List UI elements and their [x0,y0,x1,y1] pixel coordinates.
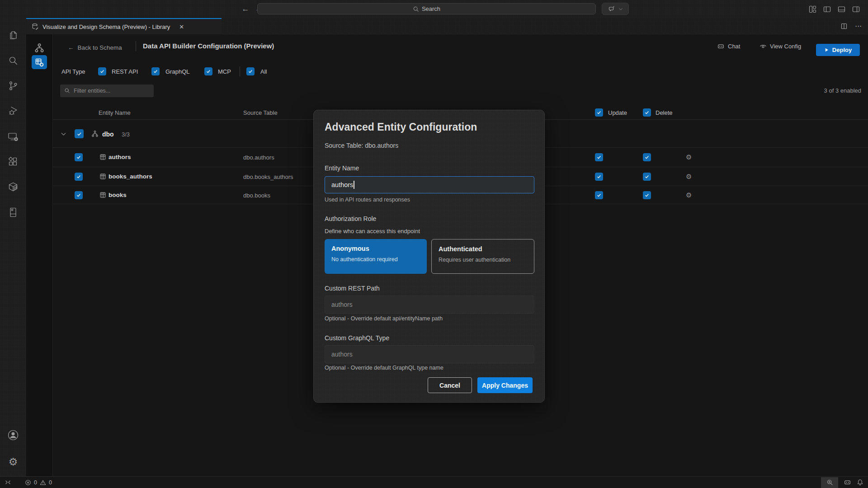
zoom-in-icon [826,479,833,486]
row-settings-gear-icon[interactable]: ⚙ [686,192,692,199]
container-cube-icon[interactable] [7,181,19,193]
role-option-authenticated[interactable]: Authenticated Requires user authenticati… [431,239,534,274]
checkbox-books[interactable] [75,191,83,199]
checkbox-graphql[interactable] [151,67,160,75]
custom-graphql-type-hint: Optional - Override default GraphQL type… [325,365,443,371]
deploy-label: Deploy [832,47,852,53]
tab-visualize-schema[interactable]: Visualize and Design Schema (Preview) - … [26,18,222,34]
search-sidebar-icon[interactable] [7,54,19,67]
table-icon [99,173,106,180]
checkbox-books-authors[interactable] [75,173,83,181]
role-option-anonymous[interactable]: Anonymous No authentication required [325,239,427,274]
rest-api-label: REST API [112,68,138,75]
view-config-label: View Config [770,43,801,50]
copilot-status-icon[interactable] [844,479,851,486]
entity-name-input[interactable]: authors [325,176,534,193]
checkbox-rest-api[interactable] [98,67,106,75]
table-icon [99,192,106,198]
warnings-icon[interactable] [40,479,46,486]
checkbox-all[interactable] [246,67,255,75]
errors-count[interactable]: 0 [34,479,37,486]
command-center-search[interactable]: Search [257,3,596,14]
vscode-window: ← → Search [0,0,868,488]
back-to-schema-label: Back to Schema [78,44,122,51]
toggle-panel-icon[interactable] [838,5,845,13]
group-count: 3/3 [122,131,130,138]
header-divider [136,41,136,51]
cancel-button[interactable]: Cancel [428,377,472,393]
warnings-count[interactable]: 0 [49,479,52,486]
remote-indicator-icon[interactable] [5,479,11,486]
copilot-chat-button[interactable] [602,3,629,15]
tab-bar: Visualize and Design Schema (Preview) - … [26,18,868,34]
explorer-icon[interactable] [7,29,19,42]
run-debug-icon[interactable] [7,105,19,117]
customize-layout-icon[interactable] [809,5,816,13]
remote-explorer-icon[interactable] [7,130,19,143]
deploy-button[interactable]: Deploy [816,44,860,56]
errors-icon[interactable] [25,479,31,486]
schema-icon [91,130,99,137]
entity-name: authors [108,154,131,160]
filter-entities-input[interactable] [60,84,154,97]
navigate-back-icon[interactable]: ← [240,4,251,14]
checkbox-books-authors-update[interactable] [595,173,603,181]
settings-gear-icon[interactable]: ⚙ [7,455,19,468]
api-type-label: API Type [61,68,85,75]
split-editor-icon[interactable] [840,23,848,30]
authorization-role-options: Anonymous No authentication required Aut… [325,239,534,274]
view-config-eye-icon [760,42,767,50]
chevron-down-icon[interactable] [60,131,67,137]
extensions-icon[interactable] [7,155,19,168]
row-settings-gear-icon[interactable]: ⚙ [686,154,692,161]
play-icon [824,47,829,52]
advanced-entity-configuration-dialog: Advanced Entity Configuration Source Tab… [313,110,545,403]
webview-side-rail [26,34,53,476]
group-name: dbo [102,131,114,138]
role-option-title: Anonymous [331,245,420,252]
custom-graphql-type-input[interactable] [325,345,534,363]
apply-changes-button[interactable]: Apply Changes [477,377,533,393]
entity-name-label: Entity Name [325,164,359,172]
view-config-button[interactable]: View Config [760,42,801,50]
role-option-subtitle: Requires user authentication [439,257,527,263]
chat-label: Chat [728,43,740,50]
entity-name: books [108,192,127,198]
notifications-bell-icon[interactable] [857,479,863,486]
filter-divider [240,66,240,76]
editor-actions-more-icon[interactable]: ⋯ [855,22,862,30]
source-control-icon[interactable] [7,80,19,92]
chat-button[interactable]: Chat [717,42,740,50]
checkbox-authors[interactable] [75,153,83,161]
entity-source: dbo.books [243,192,270,199]
back-to-schema-button[interactable]: ← Back to Schema [68,44,122,51]
custom-rest-path-input[interactable] [325,296,534,314]
checkbox-dbo-group[interactable] [75,129,84,138]
copilot-icon [717,42,725,50]
authorization-role-label: Authorization Role [325,215,376,222]
row-settings-gear-icon[interactable]: ⚙ [686,174,692,180]
tab-close-icon[interactable]: ✕ [179,23,184,30]
checkbox-authors-delete[interactable] [643,153,651,161]
dialog-title: Advanced Entity Configuration [325,121,477,133]
toggle-primary-sidebar-icon[interactable] [823,5,831,13]
entity-name-value: authors [331,181,353,188]
accounts-icon[interactable] [7,429,19,441]
api-builder-tool-selected[interactable] [32,55,47,69]
entity-name: books_authors [108,173,152,180]
toggle-secondary-sidebar-icon[interactable] [852,5,860,13]
schema-hierarchy-tool-icon[interactable] [33,42,45,54]
checkbox-books-authors-delete[interactable] [643,173,651,181]
checkbox-update-all[interactable] [595,108,603,117]
role-option-title: Authenticated [439,245,527,253]
checkbox-books-update[interactable] [595,191,603,199]
checkbox-delete-all[interactable] [643,108,651,117]
zoom-indicator-button[interactable] [821,477,838,488]
chevron-down-icon [618,7,623,11]
checkbox-authors-update[interactable] [595,153,603,161]
checkbox-mcp[interactable] [204,67,212,75]
database-project-icon[interactable] [7,206,19,219]
custom-rest-path-hint: Optional - Override default api/entityNa… [325,315,443,322]
checkbox-books-delete[interactable] [643,191,651,199]
graphql-label: GraphQL [165,68,189,75]
